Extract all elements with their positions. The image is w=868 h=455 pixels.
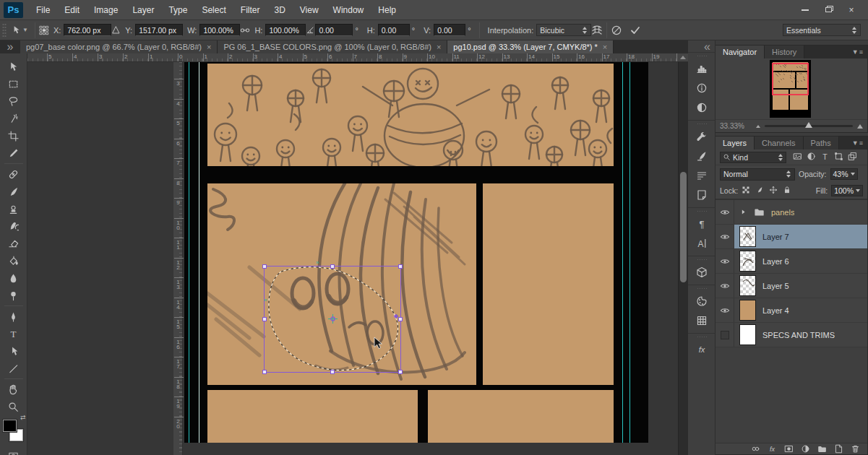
panel-button-character[interactable]: A [696,233,708,253]
blend-mode-dropdown[interactable]: Normal [720,168,795,181]
delta-icon[interactable] [111,25,121,35]
lock-padlock[interactable] [783,186,791,196]
navigator-view-box[interactable] [772,63,809,95]
panel-button-notes[interactable] [696,185,708,204]
new-group-button[interactable] [817,443,827,454]
ref-point-icon[interactable] [39,25,49,35]
tool-brush[interactable] [0,183,27,200]
panel-button-brush-presets[interactable] [696,146,708,165]
tool-eraser[interactable] [0,235,27,252]
layer-visibility-toggle[interactable] [716,225,734,248]
menu-item-file[interactable]: File [29,0,57,20]
comic-panel-bottom-left[interactable] [207,390,418,443]
x-position-field[interactable]: 762.00 px [64,24,111,36]
close-tab-icon[interactable]: × [437,43,441,51]
foreground-color-swatch[interactable] [3,420,17,432]
transform-reference-point[interactable] [328,314,338,324]
chain-icon[interactable] [240,25,250,35]
zoom-out-icon[interactable] [756,125,760,128]
filter-adjustments[interactable] [807,152,816,162]
layer-row-layer-4[interactable]: Layer 4 [716,298,867,323]
transform-handle[interactable] [262,264,267,269]
document-page[interactable]: »◆« [184,62,648,443]
panel-button-paragraph[interactable]: ¶ [696,214,708,233]
tool-healing-brush[interactable] [0,165,27,183]
menu-item-layer[interactable]: Layer [125,0,161,20]
menu-item-edit[interactable]: Edit [57,0,87,20]
tool-dodge[interactable] [0,287,27,304]
layer-visibility-toggle[interactable] [716,298,734,322]
tool-history-brush[interactable] [0,217,27,235]
height-scale-field[interactable]: 100.00% [265,24,306,36]
tool-marquee[interactable] [0,75,27,92]
navigator-preview[interactable] [716,58,867,119]
layer-visibility-toggle[interactable] [716,323,734,347]
cancel-icon[interactable] [611,25,622,36]
layer-style-button[interactable]: fx [768,443,777,454]
panel-button-adjustments[interactable] [696,98,708,117]
quick-mask-button[interactable] [0,447,27,455]
delete-layer-button[interactable] [851,443,860,454]
navigator-zoom-slider[interactable] [765,125,853,127]
swap-colors-icon[interactable]: ⇄ [20,414,26,421]
panel-button-color-table[interactable] [696,311,708,330]
hidden-eye-checkbox[interactable] [721,331,729,339]
tool-eyedropper[interactable] [0,144,27,162]
comic-panel-top[interactable] [207,64,614,166]
document-tab-3[interactable]: pg10.psd @ 33.3% (Layer 7, CMYK/8*) *× [447,40,614,53]
panel-button-styles[interactable]: fx [696,339,708,359]
layer-row-panels[interactable]: panels [716,200,867,225]
panel-menu-icon[interactable]: ▼≡ [852,136,867,150]
interpolation-dropdown[interactable]: Bicubic [536,24,591,36]
rotation-field[interactable]: 0.00 [315,24,353,36]
tool-move[interactable] [0,58,27,75]
layer-visibility-toggle[interactable] [716,200,734,224]
menu-item-type[interactable]: Type [161,0,194,20]
tab-paths[interactable]: Paths [804,136,839,150]
adjustment-layer-button[interactable] [801,443,810,454]
layer-row-layer-5[interactable]: Layer 5 [716,274,867,298]
opacity-field[interactable]: 43% [830,168,858,180]
vertical-skew-field[interactable]: 0.00 [434,24,465,36]
panel-button-tool-presets[interactable] [696,165,708,185]
filter-shape-filter[interactable] [834,152,843,162]
restore-button[interactable] [819,4,838,16]
close-tab-icon[interactable]: × [207,43,211,51]
layer-thumbnail[interactable] [739,275,756,296]
navigator-zoom-field[interactable]: 33.33% [720,122,752,130]
layer-filter-dropdown[interactable]: Kind [720,152,786,163]
horizontal-skew-field[interactable]: 0.00 [378,24,410,36]
document-tab-1[interactable]: pg07_base color.png @ 66.7% (Layer 0, RG… [20,40,218,53]
comic-panel-bottom-right[interactable] [428,390,614,443]
filter-pixel-filter[interactable] [793,152,802,162]
tool-path-selection[interactable] [0,342,27,360]
layer-thumbnail[interactable] [739,324,756,345]
caret-right-icon[interactable] [739,208,747,216]
comic-panel-mid-left[interactable]: »◆« [207,183,476,385]
tool-pen[interactable] [0,308,27,325]
filter-smart-filter[interactable] [848,152,857,162]
comic-panel-mid-right[interactable] [483,183,614,385]
layer-visibility-toggle[interactable] [716,249,734,273]
lock-checker-lock[interactable] [742,186,750,196]
lock-brush-lock[interactable] [755,186,764,196]
tab-navigator[interactable]: Navigator [716,46,765,58]
panel-button-tools[interactable] [696,126,708,146]
minimize-button[interactable] [796,4,815,16]
toolbar-collapse-icon[interactable]: » [0,40,20,53]
y-position-field[interactable]: 1517.00 px [135,24,183,36]
filter-type-filter[interactable]: T [820,152,830,162]
layer-visibility-toggle[interactable] [716,274,734,298]
tab-history[interactable]: History [765,46,804,58]
canvas-viewport[interactable]: 34567891011121314151617181920 »◆« [27,62,678,455]
transform-handle[interactable] [262,370,267,374]
document-tab-2[interactable]: PG 06_1_BASE COLORS.png @ 100% (Layer 0,… [218,40,447,53]
fill-field[interactable]: 100% [831,185,863,196]
new-layer-button[interactable] [834,443,843,454]
layer-thumbnail[interactable] [739,251,756,272]
vertical-scrollbar-handle[interactable] [680,172,687,282]
workspace-switcher[interactable]: Essentials [783,24,861,36]
close-button[interactable]: × [842,4,861,16]
close-tab-icon[interactable]: × [603,43,607,51]
menu-item-view[interactable]: View [293,0,326,20]
